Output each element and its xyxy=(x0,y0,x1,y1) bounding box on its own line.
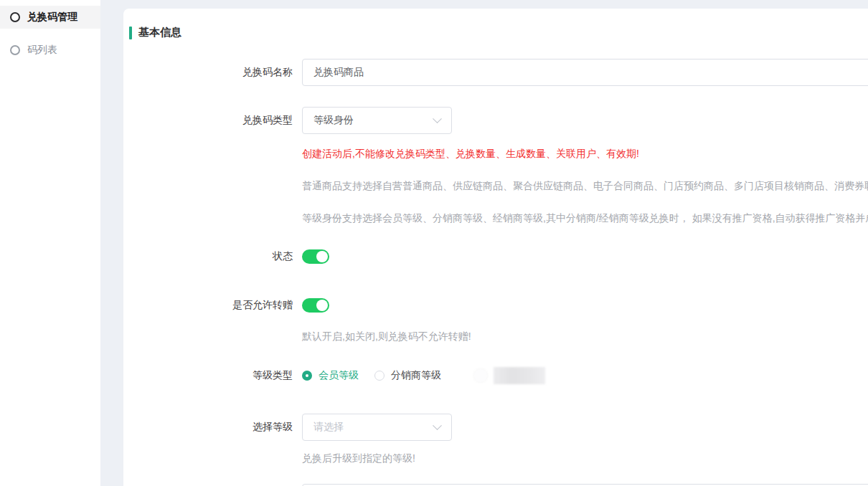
transfer-label: 是否允许转赠 xyxy=(129,299,302,312)
form-row-code-type: 兑换码类型 等级身份 xyxy=(129,107,868,134)
redacted-label-blur xyxy=(494,367,545,384)
transfer-tip: 默认开启,如关闭,则兑换码不允许转赠! xyxy=(302,329,868,343)
select-level-select[interactable]: 请选择 xyxy=(302,414,452,441)
form-row-status: 状态 xyxy=(129,249,868,264)
radio-checked-icon xyxy=(302,371,312,381)
form-row-select-level: 选择等级 请选择 xyxy=(129,414,868,441)
sidebar-item-code-list[interactable]: 码列表 xyxy=(0,39,100,62)
transfer-toggle[interactable] xyxy=(302,298,329,313)
form-row-level-type: 等级类型 会员等级 分销商等级 xyxy=(129,367,868,384)
sidebar-item-label: 兑换码管理 xyxy=(27,11,77,24)
circle-icon xyxy=(10,45,20,55)
radio-redacted-option[interactable] xyxy=(474,367,545,384)
code-type-select[interactable]: 等级身份 xyxy=(302,107,452,134)
sidebar-item-code-manage[interactable]: 兑换码管理 xyxy=(0,6,100,29)
basic-info-form: 兑换码名称 兑换码类型 等级身份 创建活动后,不能修改兑换码类型、兑换数量、生成… xyxy=(129,59,868,486)
level-identity-tip: 等级身份支持选择会员等级、分销商等级、经销商等级,其中分销商/经销商等级兑换时，… xyxy=(302,211,868,225)
chevron-down-icon xyxy=(433,421,442,430)
normal-goods-tip: 普通商品支持选择自营普通商品、供应链商品、聚合供应链商品、电子合同商品、门店预约… xyxy=(302,178,868,193)
radio-distributor-level[interactable]: 分销商等级 xyxy=(374,369,441,382)
level-type-label: 等级类型 xyxy=(129,369,302,382)
content-card: 基本信息 兑换码名称 兑换码类型 等级身份 创建活动后,不能修改兑换码类型、兑换… xyxy=(123,9,868,486)
sidebar-item-label: 码列表 xyxy=(27,44,57,57)
code-type-label: 兑换码类型 xyxy=(129,114,302,127)
radio-member-level[interactable]: 会员等级 xyxy=(302,369,359,382)
select-level-placeholder: 请选择 xyxy=(313,421,344,434)
code-name-field-wrap xyxy=(302,59,868,86)
radio-unchecked-icon xyxy=(474,369,487,382)
select-level-tip: 兑换后升级到指定的等级! xyxy=(302,451,868,465)
section-title: 基本信息 xyxy=(138,26,181,39)
form-row-transfer: 是否允许转赠 xyxy=(129,298,868,313)
radio-unchecked-icon xyxy=(374,371,385,381)
warning-tip: 创建活动后,不能修改兑换码类型、兑换数量、生成数量、关联用户、有效期! xyxy=(302,146,868,161)
select-level-label: 选择等级 xyxy=(129,421,302,434)
radio-label: 分销商等级 xyxy=(391,369,441,382)
code-name-input[interactable] xyxy=(313,67,868,78)
status-label: 状态 xyxy=(129,250,302,263)
circle-icon xyxy=(10,12,20,22)
form-row-code-name: 兑换码名称 xyxy=(129,59,868,86)
code-name-label: 兑换码名称 xyxy=(129,66,302,79)
sidebar: 兑换码管理 码列表 xyxy=(0,0,100,486)
section-accent-bar xyxy=(129,27,132,39)
code-type-selected-value: 等级身份 xyxy=(313,114,354,127)
section-header: 基本信息 xyxy=(129,26,868,39)
status-toggle[interactable] xyxy=(302,249,329,264)
radio-label: 会员等级 xyxy=(319,369,359,382)
chevron-down-icon xyxy=(433,114,442,123)
